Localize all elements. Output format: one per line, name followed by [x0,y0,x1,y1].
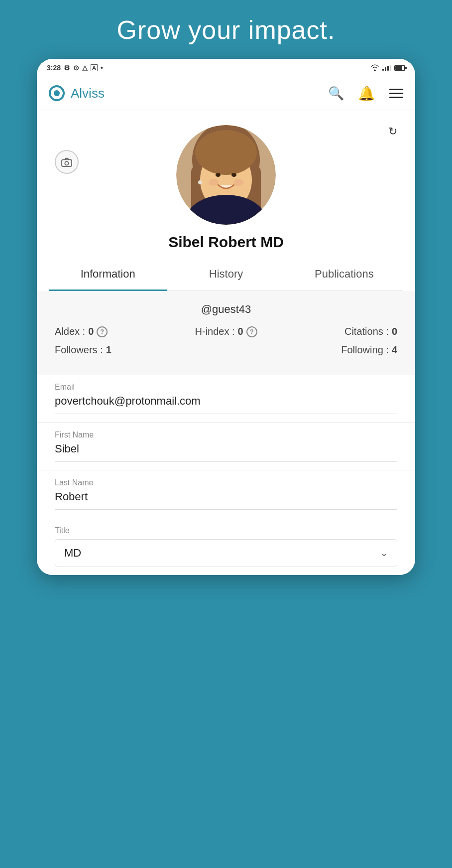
lastname-field-group: Last Name Robert [37,470,415,518]
svg-point-11 [216,173,221,177]
chevron-down-icon: ⌄ [380,548,388,559]
aldex-value: 0 [88,326,94,337]
svg-point-15 [198,180,202,184]
status-time: 3:28 [47,64,61,72]
wifi-icon [370,64,379,71]
status-font-icon: A [91,64,98,71]
form-section: Email povertchouk@protonmail.com First N… [37,375,415,575]
profile-name: Sibel Robert MD [168,234,284,251]
hindex-value: 0 [238,326,243,337]
citations-label: Citations : [344,326,389,337]
hindex-stat: H-index : 0 ? [195,326,257,337]
svg-point-3 [65,161,68,165]
content-area: @guest43 Aldex : 0 ? H-index : 0 ? Citat… [37,291,415,375]
followers-label: Followers : [55,344,103,356]
tab-history[interactable]: History [167,259,285,291]
aldex-label: Aldex : [55,326,85,337]
search-icon[interactable]: 🔍 [328,86,344,101]
avatar [176,125,276,225]
following-stat: Following : 4 [341,344,397,356]
tabs: Information History Publications [49,259,403,291]
bell-icon[interactable]: 🔔 [358,85,375,102]
stats-row-1: Aldex : 0 ? H-index : 0 ? Citations : 0 [55,326,397,337]
header-actions: 🔍 🔔 [328,85,403,102]
profile-section: ↻ [37,110,415,291]
title-field-group: Title MD ⌄ [37,518,415,575]
status-gear-icon: ⚙ [64,64,70,72]
lastname-label: Last Name [55,478,397,487]
logo-text: Alviss [71,86,105,101]
battery-icon [394,65,405,71]
firstname-field-group: First Name Sibel [37,423,415,470]
firstname-label: First Name [55,431,397,439]
status-circle-icon: ⊙ [73,64,79,72]
citations-stat: Citations : 0 [344,326,397,337]
title-value: MD [64,547,81,560]
app-header: Alviss 🔍 🔔 [37,77,415,110]
status-nav-icon: △ [82,64,88,72]
followers-stat: Followers : 1 [55,344,112,356]
tab-information[interactable]: Information [49,259,167,291]
email-label: Email [55,383,397,392]
svg-point-10 [195,130,257,175]
status-dot: • [101,64,103,72]
signal-icon [382,65,391,71]
status-right-icons [370,64,405,71]
tab-publications[interactable]: Publications [285,259,403,291]
username: @guest43 [55,303,397,316]
alviss-logo-icon [49,84,68,103]
hindex-label: H-index : [195,326,235,337]
status-bar: 3:28 ⚙ ⊙ △ A • [37,59,415,77]
phone-frame: 3:28 ⚙ ⊙ △ A • [37,59,415,575]
following-label: Following : [341,344,389,356]
camera-button[interactable] [55,150,79,174]
aldex-stat: Aldex : 0 ? [55,326,108,337]
citations-value: 0 [392,326,397,337]
svg-point-1 [54,90,60,96]
stats-row-2: Followers : 1 Following : 4 [55,344,397,356]
email-field-group: Email povertchouk@protonmail.com [37,375,415,423]
following-value: 4 [392,344,397,356]
menu-icon[interactable] [389,89,403,98]
hindex-help-icon[interactable]: ? [246,326,257,337]
title-select[interactable]: MD ⌄ [55,539,397,567]
tagline: Grow your impact. [117,15,336,45]
email-value[interactable]: povertchouk@protonmail.com [55,395,397,411]
refresh-button[interactable]: ↻ [388,125,397,138]
firstname-value[interactable]: Sibel [55,442,397,458]
lastname-value[interactable]: Robert [55,490,397,506]
svg-point-14 [233,179,243,186]
logo-area: Alviss [49,84,105,103]
svg-point-12 [231,173,236,177]
svg-point-13 [209,179,219,186]
followers-value: 1 [106,344,112,356]
aldex-help-icon[interactable]: ? [97,326,108,337]
title-label: Title [55,526,397,535]
